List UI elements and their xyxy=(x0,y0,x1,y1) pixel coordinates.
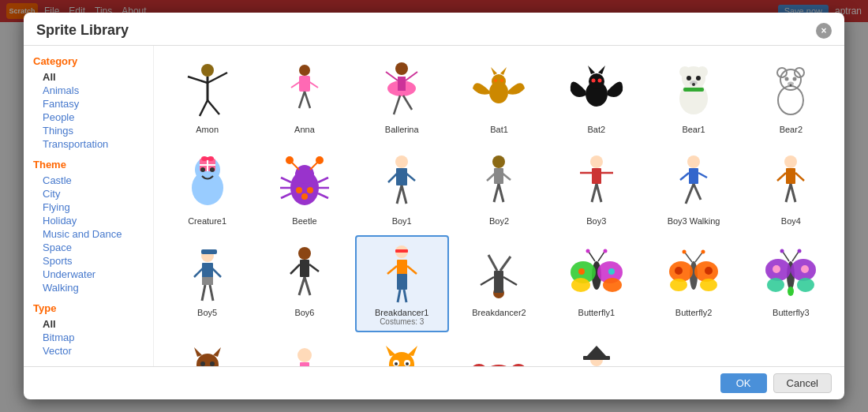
sprite-boy2[interactable]: Boy2 xyxy=(452,144,546,232)
sprite-crab-image xyxy=(467,342,530,366)
sidebar-item-underwater[interactable]: Underwater xyxy=(33,268,144,281)
svg-rect-7 xyxy=(299,76,310,92)
sidebar-item-bitmap[interactable]: Bitmap xyxy=(33,331,144,344)
sprite-breakdancer2[interactable]: Breakdancer2 xyxy=(452,235,546,332)
svg-point-150 xyxy=(683,249,687,253)
svg-line-114 xyxy=(305,277,310,295)
svg-point-36 xyxy=(696,76,701,81)
sprite-bear2-image xyxy=(759,58,822,122)
svg-rect-118 xyxy=(395,249,408,253)
sidebar-item-people[interactable]: People xyxy=(33,110,144,124)
sprite-butterfly2[interactable]: Butterfly2 xyxy=(646,235,740,332)
svg-line-121 xyxy=(398,290,400,302)
sprite-boy3[interactable]: Boy3 xyxy=(549,144,643,232)
svg-line-116 xyxy=(309,264,319,272)
sprite-scratch-cat[interactable] xyxy=(355,335,449,366)
sidebar-item-sports[interactable]: Sports xyxy=(33,254,144,268)
sidebar-item-castle[interactable]: Castle xyxy=(33,174,144,187)
sidebar-item-city[interactable]: City xyxy=(33,187,144,200)
sidebar-item-vector[interactable]: Vector xyxy=(33,344,144,358)
svg-point-152 xyxy=(702,249,705,253)
sprite-breakdancer1-image xyxy=(370,242,433,305)
svg-line-161 xyxy=(783,252,789,261)
svg-line-151 xyxy=(695,253,702,262)
sprite-creature1[interactable]: Creature1 xyxy=(160,144,254,232)
sprite-bear2[interactable]: Bear2 xyxy=(744,52,838,140)
sprite-boy1[interactable]: Boy1 xyxy=(355,144,449,232)
sidebar-item-walking[interactable]: Walking xyxy=(33,281,144,294)
svg-point-156 xyxy=(767,278,784,292)
sprite-amon[interactable]: Amon xyxy=(160,52,254,140)
sidebar-item-type-all[interactable]: All xyxy=(33,317,144,331)
sprite-butterfly1-label: Butterfly1 xyxy=(578,308,615,317)
svg-line-64 xyxy=(281,178,291,182)
svg-point-0 xyxy=(201,64,214,77)
sprite-breakdancer2-image xyxy=(467,242,530,305)
sidebar-item-animals[interactable]: Animals xyxy=(33,84,144,97)
svg-point-47 xyxy=(790,84,792,86)
svg-line-102 xyxy=(795,173,804,181)
svg-marker-168 xyxy=(213,347,221,357)
sprite-butterfly2-image xyxy=(662,242,725,305)
sprite-boy6[interactable]: Boy6 xyxy=(257,235,351,332)
svg-line-9 xyxy=(305,92,310,108)
sprite-bat2[interactable]: Bat2 xyxy=(549,52,643,140)
sprite-boy5-image xyxy=(176,242,239,305)
svg-point-33 xyxy=(679,66,690,77)
sidebar-item-fantasy[interactable]: Fantasy xyxy=(33,97,144,110)
sprite-butterfly1-image xyxy=(565,242,628,305)
modal-footer: OK Cancel xyxy=(24,366,844,399)
sprite-witch[interactable] xyxy=(549,335,643,366)
sidebar-item-space[interactable]: Space xyxy=(33,241,144,254)
svg-point-135 xyxy=(603,278,622,292)
sprite-grid-container[interactable]: Amon An xyxy=(154,46,844,366)
modal-close-button[interactable]: × xyxy=(816,23,832,39)
svg-line-108 xyxy=(210,285,213,301)
svg-line-67 xyxy=(318,178,328,182)
cancel-button[interactable]: Cancel xyxy=(773,373,832,393)
sprite-crab[interactable] xyxy=(452,335,546,366)
svg-point-162 xyxy=(780,249,784,253)
sprite-boy5[interactable]: Boy5 xyxy=(160,235,254,332)
sprite-boy4-label: Boy4 xyxy=(781,216,801,226)
sprite-boy3walking[interactable]: Boy3 Walking xyxy=(646,144,740,232)
sprite-anna-label: Anna xyxy=(294,125,315,134)
sidebar-item-flying[interactable]: Flying xyxy=(33,200,144,214)
ok-button[interactable]: OK xyxy=(720,373,767,393)
svg-line-163 xyxy=(792,252,799,261)
svg-line-127 xyxy=(481,277,494,285)
sidebar-item-holiday[interactable]: Holiday xyxy=(33,214,144,227)
svg-point-35 xyxy=(687,76,691,81)
sidebar-item-all[interactable]: All xyxy=(33,70,144,84)
svg-line-140 xyxy=(598,252,604,261)
theme-section: Theme Castle City Flying Holiday Music a… xyxy=(33,159,144,294)
sprite-boy4[interactable]: Boy4 xyxy=(744,144,838,232)
sprite-cat2[interactable] xyxy=(257,335,351,366)
sprite-bat1-label: Bat1 xyxy=(490,125,508,134)
svg-point-26 xyxy=(589,73,604,89)
sprite-cat1[interactable] xyxy=(160,335,254,366)
sprite-butterfly3[interactable]: Butterfly3 xyxy=(744,235,838,332)
sidebar-item-transportation[interactable]: Transportation xyxy=(33,137,144,151)
sprite-boy2-label: Boy2 xyxy=(489,216,509,226)
sidebar-item-things[interactable]: Things xyxy=(33,124,144,137)
sprite-anna[interactable]: Anna xyxy=(257,52,351,140)
svg-line-138 xyxy=(589,252,595,261)
sprite-bear1[interactable]: Bear1 xyxy=(646,52,740,140)
svg-point-79 xyxy=(492,155,505,168)
svg-point-148 xyxy=(705,267,713,275)
svg-point-71 xyxy=(307,187,313,193)
sprite-beetle[interactable]: Beetle xyxy=(257,144,351,232)
sprite-bat1[interactable]: Bat1 xyxy=(452,52,546,140)
svg-point-186 xyxy=(406,362,409,365)
sidebar-item-music-and-dance[interactable]: Music and Dance xyxy=(33,227,144,241)
svg-line-66 xyxy=(281,193,291,198)
sprite-ballerina[interactable]: Ballerina xyxy=(355,52,449,140)
svg-point-160 xyxy=(788,287,794,296)
svg-point-159 xyxy=(801,265,809,273)
sprite-butterfly3-image xyxy=(759,242,822,305)
sprite-boy4-image xyxy=(759,150,822,213)
sprite-breakdancer1[interactable]: Breakdancer1 Costumes: 3 xyxy=(355,235,449,332)
svg-marker-28 xyxy=(598,66,605,74)
sprite-butterfly1[interactable]: Butterfly1 xyxy=(549,235,643,332)
